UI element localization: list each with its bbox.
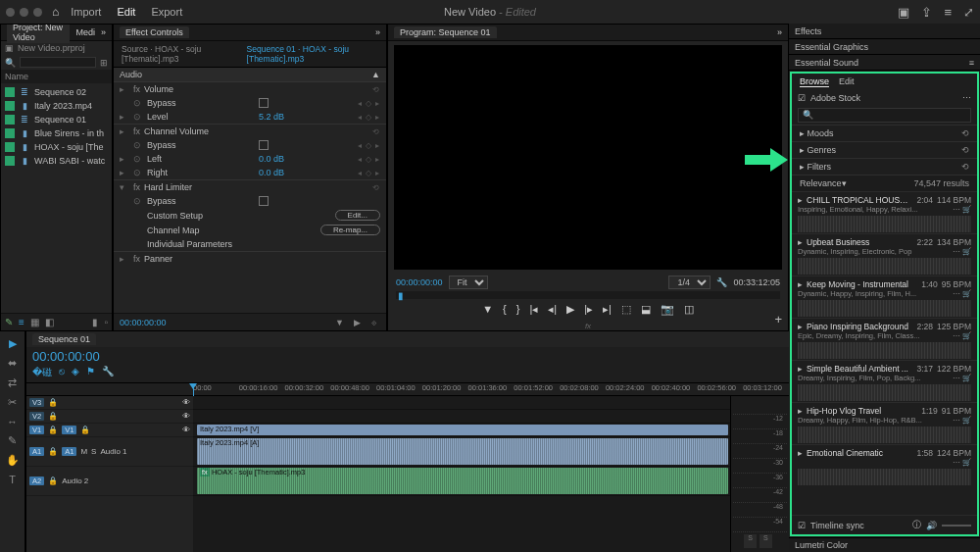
window-controls[interactable]	[6, 8, 42, 17]
go-in-icon[interactable]: |◂	[529, 303, 538, 316]
list-item[interactable]: ≣Sequence 01	[1, 113, 112, 126]
browse-tab[interactable]: Browse	[800, 76, 829, 87]
stock-menu-icon[interactable]: ⋯	[962, 93, 971, 103]
bypass-checkbox[interactable]	[259, 140, 269, 150]
new-item-icon[interactable]: ▫	[104, 317, 108, 327]
tab-export[interactable]: Export	[151, 6, 182, 18]
solo-button[interactable]: S	[744, 534, 757, 548]
moods-facet[interactable]: ▸ Moods⟲	[792, 125, 977, 141]
go-out-icon[interactable]: ▸|	[603, 303, 612, 316]
slip-tool-icon[interactable]: ↔	[7, 416, 18, 427]
selection-tool-icon[interactable]: ▶	[9, 337, 17, 350]
time-ruler[interactable]: 00:0000:00:16:0000:00:32:0000:00:48:0000…	[26, 382, 789, 396]
linked-icon[interactable]: ⎋	[59, 366, 65, 379]
pen-icon[interactable]: ✎	[5, 317, 13, 327]
type-tool-icon[interactable]: T	[9, 474, 16, 485]
sort-select[interactable]: Relevance	[800, 178, 842, 188]
maximize-icon[interactable]: ⤢	[963, 5, 974, 20]
zoom-select[interactable]: Fit	[449, 276, 488, 289]
edit-tab[interactable]: Edit	[839, 76, 855, 87]
mark-out-icon[interactable]: }	[516, 303, 520, 316]
track-target[interactable]: V3	[29, 398, 44, 407]
source-patch[interactable]: V1	[29, 426, 44, 434]
marker-icon[interactable]: ◈	[72, 366, 79, 379]
sync-checkbox[interactable]: ☑	[798, 521, 806, 530]
stock-track[interactable]: ▸Hip-Hop Vlog Travel1:1991 BPM Dreamy, H…	[792, 402, 977, 444]
stock-track[interactable]: ▸Piano Inspiring Background2:28125 BPM E…	[792, 318, 977, 360]
list-item[interactable]: ≣Sequence 02	[1, 85, 112, 99]
audio-clip[interactable]: Italy 2023.mp4 [A]	[197, 438, 728, 465]
essential-sound-tab[interactable]: Essential Sound	[795, 58, 858, 68]
program-tab[interactable]: Program: Sequence 01	[394, 26, 497, 38]
source-clip-tab[interactable]: Source · HOAX - soju [Thematic].mp3	[118, 43, 239, 65]
home-icon[interactable]: ⌂	[52, 5, 59, 19]
sequence-tab[interactable]: Sequence 01	[32, 333, 96, 345]
timeline-lanes[interactable]: Italy 2023.mp4 [V] Italy 2023.mp4 [A] fx…	[193, 396, 730, 552]
source-patch[interactable]: A1	[29, 447, 44, 456]
list-view-icon[interactable]: ⊞	[100, 58, 108, 68]
volume-icon[interactable]: 🔊	[926, 521, 937, 530]
column-header[interactable]: Name	[1, 70, 112, 83]
list-item[interactable]: ▮WABI SABI - watc	[1, 154, 112, 168]
filters-facet[interactable]: ▸ Filters⟲	[792, 158, 977, 175]
audio-section[interactable]: Audio	[120, 70, 142, 79]
project-tab[interactable]: Project: New Video	[7, 24, 70, 43]
lift-icon[interactable]: ⬚	[621, 303, 631, 316]
razor-tool-icon[interactable]: ✂	[8, 396, 17, 409]
mark-in-icon[interactable]: {	[503, 303, 507, 316]
left-value[interactable]: 0.0 dB	[259, 154, 308, 164]
track-select-tool-icon[interactable]: ⬌	[8, 357, 17, 370]
remap-button[interactable]: Re-map...	[320, 225, 380, 235]
effect-controls-tab[interactable]: Effect Controls	[120, 26, 189, 38]
list-icon[interactable]: ≡	[19, 317, 24, 327]
workspaces-icon[interactable]: ≡	[944, 5, 952, 20]
in-timecode[interactable]: 00:00:00:00	[396, 277, 443, 287]
media-tab[interactable]: Medi	[75, 27, 95, 37]
effects-panel-tab[interactable]: Effects	[789, 24, 980, 39]
search-input[interactable]: 🔍	[798, 108, 971, 123]
pen-tool-icon[interactable]: ✎	[8, 434, 17, 447]
new-bin-icon[interactable]: ▮	[92, 317, 98, 327]
eye-icon[interactable]: 👁	[182, 412, 190, 421]
wrench-icon[interactable]: 🔧	[716, 277, 727, 287]
stock-track[interactable]: ▸Keep Moving - Instrumental1:4095 BPM Dy…	[792, 276, 977, 318]
video-clip[interactable]: Italy 2023.mp4 [V]	[197, 425, 728, 435]
stock-track[interactable]: ▸Simple Beautiful Ambient ...3:17122 BPM…	[792, 360, 977, 402]
wrench-icon[interactable]: 🔧	[102, 366, 114, 379]
bypass-checkbox[interactable]	[259, 196, 269, 206]
eye-icon[interactable]: 👁	[182, 398, 190, 407]
search-icon[interactable]: 🔍	[5, 58, 16, 68]
stock-track[interactable]: ▸Upbeat Business2:22134 BPM Dynamic, Ins…	[792, 233, 977, 276]
stock-track[interactable]: ▸Emotional Cinematic1:58124 BPM ⋯ 🛒	[792, 444, 977, 486]
resolution-select[interactable]: 1/4	[668, 276, 710, 289]
eye-icon[interactable]: 👁	[182, 426, 190, 434]
play-icon[interactable]: ▶	[566, 303, 574, 316]
track-target[interactable]: V2	[29, 412, 44, 421]
info-icon[interactable]: ⓘ	[912, 519, 921, 531]
stock-checkbox[interactable]: ☑	[798, 93, 806, 103]
edit-button[interactable]: Edit...	[335, 210, 380, 221]
track-target[interactable]: V1	[62, 426, 76, 434]
essential-graphics-tab[interactable]: Essential Graphics	[789, 39, 980, 55]
list-item[interactable]: ▮Blue Sirens - in th	[1, 126, 112, 140]
list-item[interactable]: ▮Italy 2023.mp4	[1, 99, 112, 113]
quick-export-icon[interactable]: ▣	[898, 5, 909, 20]
stock-track[interactable]: ▸CHILL TROPICAL HOUSE (...2:04114 BPM In…	[792, 191, 977, 233]
share-icon[interactable]: ⇪	[921, 5, 932, 20]
solo-button[interactable]: S	[760, 534, 772, 548]
compare-icon[interactable]: ◫	[684, 303, 694, 316]
video-viewer[interactable]	[394, 45, 782, 270]
list-item[interactable]: ▮HOAX - soju [The	[1, 140, 112, 154]
tab-edit[interactable]: Edit	[117, 6, 135, 18]
level-value[interactable]: 5.2 dB	[259, 112, 308, 122]
export-frame-icon[interactable]: 📷	[661, 303, 674, 316]
bypass-checkbox[interactable]	[259, 98, 269, 108]
step-back-icon[interactable]: ◂|	[548, 303, 557, 316]
sort-icon[interactable]: ◧	[45, 317, 54, 327]
audio-clip[interactable]: fx HOAX - soju [Thematic].mp3	[197, 468, 728, 494]
extract-icon[interactable]: ⬓	[641, 303, 651, 316]
tab-import[interactable]: Import	[71, 6, 101, 18]
genres-facet[interactable]: ▸ Genres⟲	[792, 141, 977, 158]
button-editor-icon[interactable]: +	[774, 312, 782, 326]
hand-tool-icon[interactable]: ✋	[6, 454, 20, 467]
